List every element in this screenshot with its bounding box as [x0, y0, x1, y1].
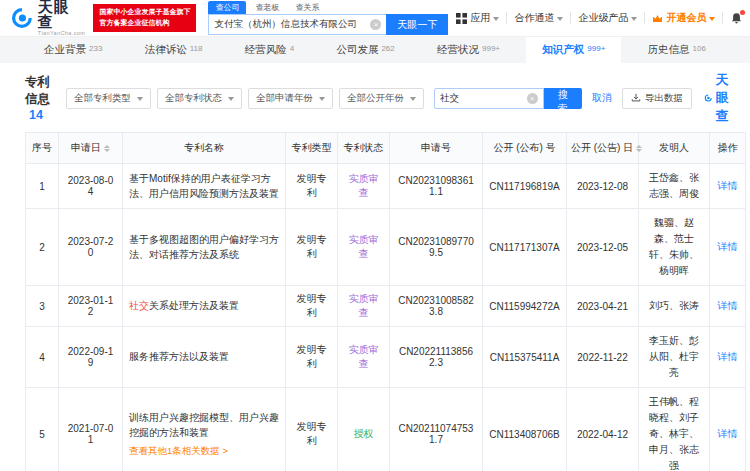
nav-tab-count: 233 — [89, 44, 102, 53]
patent-type: 发明专利 — [286, 286, 338, 327]
sort-icon[interactable] — [636, 145, 642, 152]
column-header: 发明人 — [639, 133, 710, 164]
filter-dropdown[interactable]: 全部申请年份 — [248, 88, 333, 109]
clear-search-icon[interactable]: × — [527, 93, 538, 104]
chevron-down-icon — [319, 97, 325, 101]
patent-search-button[interactable]: 搜索 — [544, 88, 582, 109]
menu-enterprise-products[interactable]: 企业级产品 — [578, 11, 637, 25]
export-data-button[interactable]: 导出数据 — [622, 88, 692, 109]
application-date: 2023-08-04 — [59, 164, 123, 209]
cancel-search-link[interactable]: 取消 — [592, 91, 612, 105]
chevron-down-icon — [631, 17, 637, 21]
row-actions: 详情 — [710, 388, 746, 471]
detail-link[interactable]: 详情 — [718, 428, 738, 439]
patent-toolbar: 专利信息14 全部专利类型全部专利状态全部申请年份全部公开年份 社交 × 搜索 … — [0, 63, 750, 132]
application-date: 2023-01-12 — [59, 286, 123, 327]
patent-name: 服务推荐方法以及装置 — [123, 327, 286, 388]
detail-link[interactable]: 详情 — [718, 300, 738, 311]
patent-section-title: 专利信息14 — [25, 74, 54, 122]
related-data-link[interactable]: 查看其他1条相关数据 > — [129, 444, 279, 459]
column-header[interactable]: 公开 (公告) 日 — [567, 133, 639, 164]
application-date: 2021-07-01 — [59, 388, 123, 471]
patent-status: 实质审查 — [338, 209, 390, 286]
company-search-input[interactable]: 支付宝（杭州）信息技术有限公司 × — [208, 14, 386, 35]
nav-tab-count: 999+ — [587, 44, 605, 53]
sort-icon[interactable] — [104, 145, 110, 152]
nav-tab[interactable]: 企业背景233 — [28, 37, 118, 63]
chevron-down-icon — [493, 17, 499, 21]
section-nav: 企业背景233法律诉讼118经营风险4公司发展262经营状况999+知识产权99… — [0, 37, 750, 63]
tianyancha-logo-icon — [704, 90, 712, 106]
search-submit-button[interactable]: 天眼一下 — [386, 14, 448, 35]
menu-cooperation[interactable]: 合作通道 — [514, 11, 563, 25]
nav-tab[interactable]: 经营状况999+ — [421, 37, 516, 63]
nav-tab-label: 经营风险 — [245, 43, 287, 57]
search-type-tab[interactable]: 查老板 — [248, 1, 286, 14]
nav-tab[interactable]: 知识产权999+ — [526, 37, 621, 63]
table-row: 32023-01-12社交关系处理方法及装置发明专利实质审查CN20231008… — [26, 286, 746, 327]
column-header[interactable]: 申请日 — [59, 133, 123, 164]
application-number: CN202310897709.5 — [390, 209, 483, 286]
inventors: 魏骝、赵森、范士轩、朱帅、杨明晖 — [639, 209, 710, 286]
divider — [570, 12, 571, 24]
publication-date: 2022-11-22 — [567, 327, 639, 388]
nav-tab-label: 经营状况 — [437, 43, 479, 57]
patent-table-wrap: 序号申请日专利名称专利类型专利状态申请号公开 (公布) 号公开 (公告) 日发明… — [0, 132, 750, 471]
table-row: 12023-08-04基于Motif保持的用户表征学习方法、用户信用风险预测方法… — [26, 164, 746, 209]
patent-search-input[interactable]: 社交 × — [434, 88, 544, 109]
row-index: 3 — [26, 286, 59, 327]
detail-link[interactable]: 详情 — [718, 241, 738, 252]
inventors: 王岱鑫、张志强、周俊 — [639, 164, 710, 209]
nav-tab[interactable]: 经营风险4 — [229, 37, 310, 63]
company-search-value: 支付宝（杭州）信息技术有限公司 — [214, 18, 370, 31]
application-date: 2022-09-19 — [59, 327, 123, 388]
inventors: 李玉妡、彭从阳、杜宇亮 — [639, 327, 710, 388]
patent-search-value: 社交 — [440, 92, 527, 105]
patent-search: 社交 × 搜索 — [434, 88, 582, 109]
detail-link[interactable]: 详情 — [718, 180, 738, 191]
row-actions: 详情 — [710, 209, 746, 286]
nav-tab[interactable]: 公司发展262 — [320, 37, 410, 63]
menu-vip[interactable]: 开通会员 — [652, 11, 715, 25]
column-header: 公开 (公布) 号 — [483, 133, 567, 164]
row-index: 2 — [26, 209, 59, 286]
patent-status: 实质审查 — [338, 286, 390, 327]
search-term-highlight: 社交 — [129, 300, 149, 311]
nav-tab-label: 知识产权 — [542, 43, 584, 57]
divider — [722, 12, 723, 24]
inventors: 刘巧、张涛 — [639, 286, 710, 327]
filter-dropdown[interactable]: 全部公开年份 — [339, 88, 424, 109]
column-header: 序号 — [26, 133, 59, 164]
search-type-tab[interactable]: 查关系 — [288, 1, 326, 14]
brand-name: 天眼查 — [38, 0, 86, 29]
column-header: 操作 — [710, 133, 746, 164]
divider — [506, 12, 507, 24]
row-actions: 详情 — [710, 286, 746, 327]
detail-link[interactable]: 详情 — [718, 351, 738, 362]
nav-tab[interactable]: 法律诉讼118 — [129, 37, 219, 63]
table-row: 22023-07-20基于多视图超图的用户偏好学习方法、对话推荐方法及系统发明专… — [26, 209, 746, 286]
search-type-tab[interactable]: 查公司 — [208, 1, 246, 14]
publication-number: CN113408706B — [483, 388, 567, 471]
publication-date: 2023-12-05 — [567, 209, 639, 286]
column-header: 专利状态 — [338, 133, 390, 164]
nav-tab[interactable]: 历史信息106 — [632, 37, 722, 63]
filter-dropdown[interactable]: 全部专利状态 — [157, 88, 242, 109]
menu-apps[interactable]: 应用 — [456, 11, 499, 25]
table-body: 12023-08-04基于Motif保持的用户表征学习方法、用户信用风险预测方法… — [26, 164, 746, 471]
gov-certification-badge: 国家中小企业发展子基金旗下 官方备案企业征信机构 — [93, 4, 196, 32]
patent-type: 发明专利 — [286, 388, 338, 471]
chevron-down-icon — [228, 97, 234, 101]
nav-tab-count: 4 — [290, 44, 294, 53]
clear-search-icon[interactable]: × — [370, 19, 381, 30]
publication-date: 2023-12-08 — [567, 164, 639, 209]
tianyancha-logo[interactable]: 天眼查 TianYanCha.com — [10, 0, 85, 37]
filter-dropdown[interactable]: 全部专利类型 — [66, 88, 151, 109]
chevron-down-icon — [709, 17, 715, 21]
tianyancha-logo-icon — [10, 6, 34, 30]
crown-icon — [652, 14, 663, 23]
patent-name: 社交关系处理方法及装置 — [123, 286, 286, 327]
search-type-tabs: 查公司查老板查关系 — [208, 1, 448, 14]
table-row: 42022-09-19服务推荐方法以及装置发明专利实质审查CN202211138… — [26, 327, 746, 388]
notifications-button[interactable] — [730, 12, 743, 25]
